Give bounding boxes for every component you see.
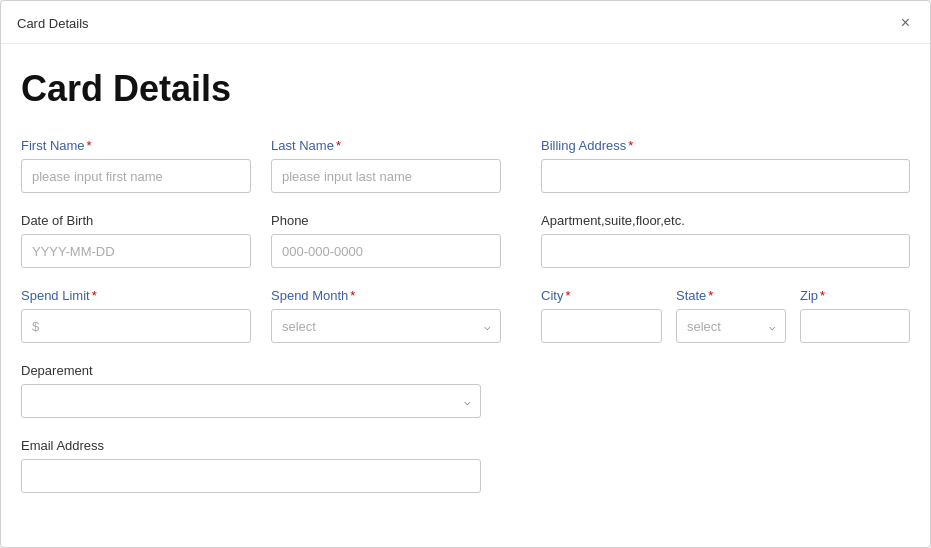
- row-spend: Spend Limit* Spend Month* select ⌵: [21, 288, 481, 343]
- state-group: State* select ⌵: [676, 288, 786, 343]
- modal: Card Details × Card Details First Name*: [0, 0, 931, 548]
- billing-address-input[interactable]: [541, 159, 910, 193]
- first-name-label: First Name*: [21, 138, 251, 153]
- email-label: Email Address: [21, 438, 481, 453]
- apartment-group: Apartment,suite,floor,etc.: [541, 213, 910, 268]
- email-input[interactable]: [21, 459, 481, 493]
- last-name-group: Last Name*: [271, 138, 501, 193]
- first-name-group: First Name*: [21, 138, 251, 193]
- phone-input[interactable]: [271, 234, 501, 268]
- billing-address-group: Billing Address*: [541, 138, 910, 193]
- department-label: Deparement: [21, 363, 481, 378]
- dob-group: Date of Birth: [21, 213, 251, 268]
- dob-label: Date of Birth: [21, 213, 251, 228]
- row-name: First Name* Last Name*: [21, 138, 481, 193]
- spend-month-group: Spend Month* select ⌵: [271, 288, 501, 343]
- dob-input[interactable]: [21, 234, 251, 268]
- modal-body: Card Details First Name* Last Name*: [1, 44, 930, 537]
- last-name-label: Last Name*: [271, 138, 501, 153]
- apartment-input[interactable]: [541, 234, 910, 268]
- apartment-label: Apartment,suite,floor,etc.: [541, 213, 910, 228]
- spend-month-select[interactable]: select: [271, 309, 501, 343]
- first-name-input[interactable]: [21, 159, 251, 193]
- row-dob-phone: Date of Birth Phone: [21, 213, 481, 268]
- row-city-state-zip: City* State* select ⌵: [541, 288, 910, 343]
- state-select-wrapper: select ⌵: [676, 309, 786, 343]
- left-column: First Name* Last Name* Date of Birth: [21, 138, 481, 513]
- row-department: Deparement ⌵: [21, 363, 481, 418]
- email-group: Email Address: [21, 438, 481, 493]
- state-label: State*: [676, 288, 786, 303]
- spend-month-label: Spend Month*: [271, 288, 501, 303]
- city-input[interactable]: [541, 309, 662, 343]
- modal-header: Card Details ×: [1, 1, 930, 44]
- city-group: City*: [541, 288, 662, 343]
- form-layout: First Name* Last Name* Date of Birth: [21, 138, 910, 513]
- zip-group: Zip*: [800, 288, 910, 343]
- department-group: Deparement ⌵: [21, 363, 481, 418]
- spend-month-select-wrapper: select ⌵: [271, 309, 501, 343]
- modal-title-bar: Card Details: [17, 16, 89, 31]
- phone-group: Phone: [271, 213, 501, 268]
- row-email: Email Address: [21, 438, 481, 493]
- page-title: Card Details: [21, 68, 910, 110]
- zip-label: Zip*: [800, 288, 910, 303]
- department-select[interactable]: [21, 384, 481, 418]
- last-name-input[interactable]: [271, 159, 501, 193]
- city-label: City*: [541, 288, 662, 303]
- spend-limit-group: Spend Limit*: [21, 288, 251, 343]
- right-column: Billing Address* Apartment,suite,floor,e…: [541, 138, 910, 363]
- phone-label: Phone: [271, 213, 501, 228]
- department-select-wrapper: ⌵: [21, 384, 481, 418]
- billing-address-label: Billing Address*: [541, 138, 910, 153]
- close-button[interactable]: ×: [897, 13, 914, 33]
- zip-input[interactable]: [800, 309, 910, 343]
- spend-limit-label: Spend Limit*: [21, 288, 251, 303]
- state-select[interactable]: select: [676, 309, 786, 343]
- spend-limit-input[interactable]: [21, 309, 251, 343]
